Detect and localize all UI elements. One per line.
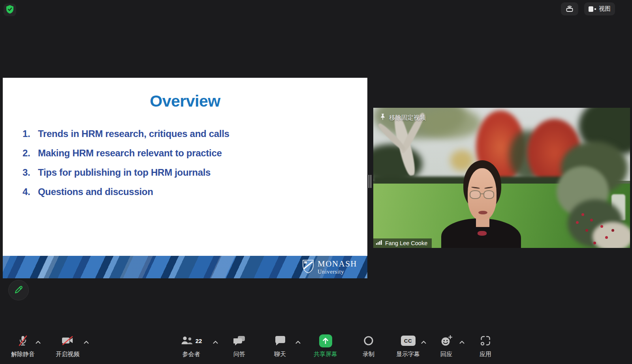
- view-button[interactable]: 视图: [584, 2, 615, 15]
- start-video-label: 开启视频: [56, 351, 79, 358]
- record-label: 录制: [363, 351, 374, 358]
- view-layout-icon: [589, 6, 596, 12]
- top-right-controls: 视图: [561, 2, 615, 15]
- cc-icon: CC: [401, 336, 416, 346]
- apps-label: 应用: [480, 351, 491, 358]
- shield-check-icon: [6, 5, 14, 15]
- slide-title: Overview: [3, 92, 367, 111]
- apps-icon: [480, 334, 491, 347]
- participants-count: 22: [196, 338, 202, 344]
- share-screen-button[interactable]: 共享屏幕: [307, 330, 344, 364]
- qa-label: 问答: [233, 351, 245, 358]
- annotate-button[interactable]: [8, 280, 29, 300]
- unpin-video-button[interactable]: 移除固定视频: [380, 113, 426, 122]
- participant-name: Fang Lee Cooke: [385, 240, 427, 246]
- captions-label: 显示字幕: [396, 351, 420, 358]
- slide-bullet-list: 1.Trends in HRM research, critiques and …: [3, 124, 367, 201]
- participants-icon: [181, 336, 193, 346]
- unmute-button[interactable]: 解除静音: [7, 330, 39, 364]
- video-feed-scene: [373, 108, 630, 248]
- pin-label-text: 移除固定视频: [389, 114, 426, 122]
- cast-icon: [565, 4, 574, 14]
- pencil-icon: [13, 285, 24, 296]
- qa-button[interactable]: 问答: [224, 330, 255, 364]
- monash-logo: MONASH University: [302, 259, 357, 275]
- participants-label: 参会者: [182, 351, 200, 358]
- chat-button[interactable]: 聊天: [265, 330, 295, 364]
- participant-video-tile[interactable]: 移除固定视频 Fang Lee Cooke: [373, 108, 630, 248]
- reactions-label: 回应: [440, 351, 452, 358]
- mute-options-chevron[interactable]: [34, 338, 42, 347]
- monash-logo-title: MONASH: [318, 260, 357, 268]
- start-video-button[interactable]: 开启视频: [51, 330, 84, 364]
- chat-options-chevron[interactable]: [294, 338, 302, 347]
- chat-icon: [275, 334, 286, 347]
- captions-button[interactable]: CC 显示字幕: [390, 330, 426, 364]
- reactions-icon: [440, 334, 452, 347]
- monash-logo-subtitle: University: [318, 269, 357, 275]
- record-icon: [363, 334, 374, 347]
- view-button-label: 视图: [599, 5, 611, 13]
- camera-off-icon: [62, 334, 73, 347]
- cast-button[interactable]: [561, 2, 578, 15]
- shared-screen-slide: Overview 1.Trends in HRM research, criti…: [3, 78, 367, 278]
- captions-options-chevron[interactable]: [419, 338, 428, 347]
- signal-strength-icon: [376, 240, 383, 246]
- unmute-label: 解除静音: [11, 351, 35, 358]
- panel-resize-handle[interactable]: [369, 175, 372, 188]
- monash-shield-icon: [302, 259, 314, 275]
- meeting-toolbar: 解除静音 开启视频 22 参会者: [0, 330, 632, 364]
- security-button[interactable]: [4, 4, 16, 16]
- slide-footer-banner: MONASH University: [3, 256, 367, 278]
- chat-label: 聊天: [274, 351, 286, 358]
- zoom-meeting-window: 视图 Overview 1.Trends in HRM research, cr…: [0, 0, 632, 364]
- reactions-options-chevron[interactable]: [458, 338, 466, 347]
- participants-button[interactable]: 22 参会者: [173, 330, 209, 364]
- participants-options-chevron[interactable]: [211, 338, 220, 347]
- share-screen-icon: [319, 334, 332, 347]
- video-options-chevron[interactable]: [82, 338, 90, 347]
- speaker-avatar: [373, 108, 630, 248]
- slide-item: 1.Trends in HRM research, critiques and …: [3, 124, 367, 143]
- share-screen-label: 共享屏幕: [314, 351, 337, 358]
- participant-name-tag: Fang Lee Cooke: [373, 238, 432, 248]
- record-button[interactable]: 录制: [354, 330, 383, 364]
- reactions-button[interactable]: 回应: [431, 330, 461, 364]
- pin-icon: [380, 113, 386, 122]
- microphone-muted-icon: [18, 334, 28, 347]
- slide-item: 3.Tips for publishing in top HRM journal…: [3, 163, 367, 182]
- slide-item: 2.Making HRM research relevant to practi…: [3, 143, 367, 163]
- apps-button[interactable]: 应用: [471, 330, 500, 364]
- qa-icon: [233, 334, 245, 347]
- slide-item: 4.Questions and discussion: [3, 182, 367, 201]
